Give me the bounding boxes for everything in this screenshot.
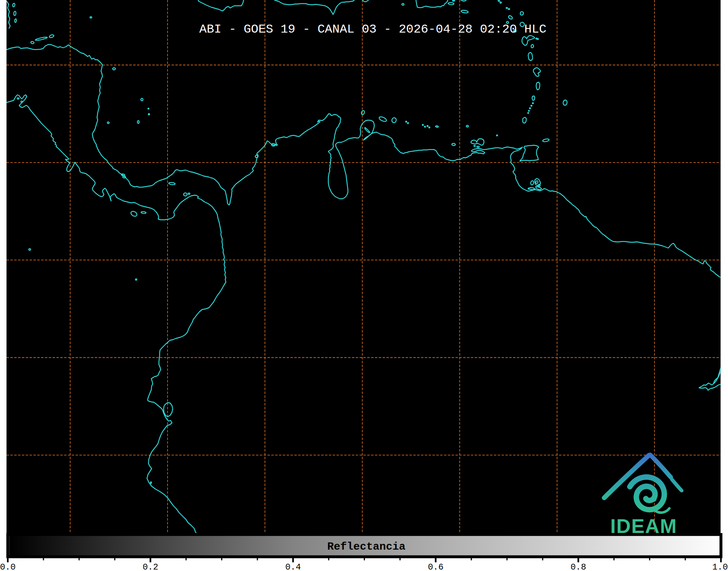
- svg-text:0.0: 0.0: [0, 562, 16, 571]
- svg-text:1.0: 1.0: [712, 562, 728, 571]
- svg-text:0.4: 0.4: [285, 562, 301, 571]
- svg-text:0.6: 0.6: [428, 562, 443, 571]
- svg-text:0.2: 0.2: [143, 562, 158, 571]
- svg-text:ABI - GOES 19 - CANAL 03 - 202: ABI - GOES 19 - CANAL 03 - 2026-04-28 02…: [199, 22, 547, 36]
- svg-text:Reflectancia: Reflectancia: [327, 541, 405, 553]
- svg-text:0.8: 0.8: [571, 562, 586, 571]
- svg-text:IDEAM: IDEAM: [610, 515, 677, 537]
